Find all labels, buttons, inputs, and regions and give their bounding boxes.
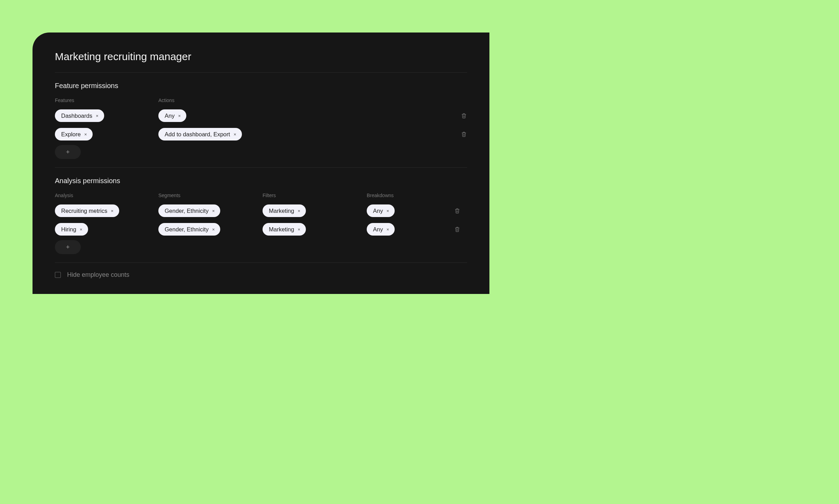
filters-pill[interactable]: Marketing × — [263, 223, 306, 236]
trash-icon — [461, 112, 467, 119]
remove-icon[interactable]: × — [178, 114, 181, 118]
divider — [55, 262, 467, 263]
remove-icon[interactable]: × — [234, 132, 236, 137]
col-features: Features — [55, 98, 158, 103]
plus-icon: + — [66, 244, 70, 251]
trash-icon — [454, 207, 460, 214]
feature-pill[interactable]: Explore × — [55, 128, 93, 141]
remove-icon[interactable]: × — [111, 209, 114, 213]
action-pill[interactable]: Any × — [158, 109, 186, 122]
col-breakdowns: Breakdowns — [367, 193, 444, 198]
plus-icon: + — [66, 149, 70, 156]
pill-label: Any — [373, 208, 383, 214]
col-analysis: Analysis — [55, 193, 158, 198]
pill-label: Any — [165, 113, 174, 119]
pill-label: Marketing — [269, 226, 294, 232]
pill-label: Explore — [61, 131, 81, 137]
pill-label: Hiring — [61, 226, 76, 232]
hide-employee-counts-label: Hide employee counts — [67, 271, 129, 279]
feature-pill[interactable]: Dashboards × — [55, 109, 104, 122]
hide-employee-counts-row: Hide employee counts — [55, 271, 467, 279]
add-feature-row-button[interactable]: + — [55, 145, 81, 159]
pill-label: Dashboards — [61, 113, 92, 119]
feature-permissions-header: Features Actions — [55, 98, 467, 108]
col-actions: Actions — [158, 98, 450, 103]
trash-icon — [454, 226, 460, 233]
delete-row-button[interactable] — [444, 203, 460, 218]
pill-label: Gender, Ethnicity — [165, 226, 209, 232]
permissions-panel: Marketing recruiting manager Feature per… — [33, 33, 489, 294]
remove-icon[interactable]: × — [212, 209, 215, 213]
divider — [55, 167, 467, 168]
remove-icon[interactable]: × — [212, 227, 215, 232]
delete-row-button[interactable] — [450, 127, 467, 142]
page-title: Marketing recruiting manager — [55, 51, 467, 63]
analysis-pill[interactable]: Hiring × — [55, 223, 88, 236]
delete-row-button[interactable] — [444, 222, 460, 237]
remove-icon[interactable]: × — [96, 114, 99, 118]
delete-row-button[interactable] — [450, 108, 467, 123]
breakdowns-pill[interactable]: Any × — [367, 204, 395, 217]
col-segments: Segments — [158, 193, 263, 198]
pill-label: Marketing — [269, 208, 294, 214]
feature-permissions-title: Feature permissions — [55, 82, 467, 90]
remove-icon[interactable]: × — [84, 132, 87, 137]
divider — [55, 72, 467, 73]
remove-icon[interactable]: × — [386, 227, 389, 232]
filters-pill[interactable]: Marketing × — [263, 204, 306, 217]
analysis-permissions-header: Analysis Segments Filters Breakdowns — [55, 193, 467, 203]
remove-icon[interactable]: × — [297, 227, 300, 232]
segments-pill[interactable]: Gender, Ethnicity × — [158, 223, 220, 236]
hide-employee-counts-checkbox[interactable] — [55, 272, 61, 278]
pill-label: Add to dashboard, Export — [165, 131, 230, 137]
pill-label: Recruiting metrics — [61, 208, 107, 214]
add-analysis-row-button[interactable]: + — [55, 240, 81, 254]
remove-icon[interactable]: × — [297, 209, 300, 213]
remove-icon[interactable]: × — [80, 227, 83, 232]
pill-label: Gender, Ethnicity — [165, 208, 209, 214]
remove-icon[interactable]: × — [386, 209, 389, 213]
analysis-permissions-title: Analysis permissions — [55, 177, 467, 185]
trash-icon — [461, 131, 467, 138]
breakdowns-pill[interactable]: Any × — [367, 223, 395, 236]
segments-pill[interactable]: Gender, Ethnicity × — [158, 204, 220, 217]
col-filters: Filters — [263, 193, 367, 198]
pill-label: Any — [373, 226, 383, 232]
analysis-pill[interactable]: Recruiting metrics × — [55, 204, 119, 217]
action-pill[interactable]: Add to dashboard, Export × — [158, 128, 242, 141]
